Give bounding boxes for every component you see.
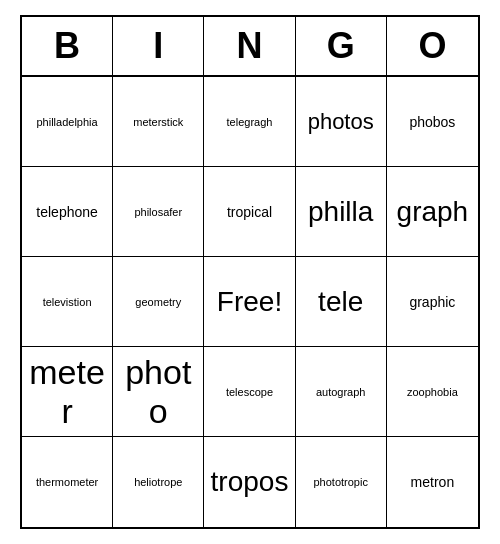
bingo-cell: telephone — [22, 167, 113, 257]
cell-text: zoophobia — [407, 386, 458, 398]
bingo-cell: tropos — [204, 437, 295, 527]
cell-text: photos — [308, 109, 374, 135]
bingo-cell: graph — [387, 167, 478, 257]
bingo-cell: photo — [113, 347, 204, 437]
cell-text: geometry — [135, 296, 181, 308]
cell-text: tropical — [227, 204, 272, 220]
bingo-cell: metron — [387, 437, 478, 527]
cell-text: phobos — [409, 114, 455, 130]
bingo-cell: televistion — [22, 257, 113, 347]
bingo-cell: philla — [296, 167, 387, 257]
bingo-cell: graphic — [387, 257, 478, 347]
cell-text: thermometer — [36, 476, 98, 488]
cell-text: heliotrope — [134, 476, 182, 488]
bingo-cell: Free! — [204, 257, 295, 347]
header-letter: G — [296, 17, 387, 75]
cell-text: televistion — [43, 296, 92, 308]
bingo-cell: telegragh — [204, 77, 295, 167]
bingo-cell: photos — [296, 77, 387, 167]
bingo-cell: thermometer — [22, 437, 113, 527]
bingo-cell: geometry — [113, 257, 204, 347]
bingo-cell: meter — [22, 347, 113, 437]
bingo-cell: zoophobia — [387, 347, 478, 437]
cell-text: philosafer — [134, 206, 182, 218]
bingo-grid: philladelphiametersticktelegraghphotosph… — [22, 77, 478, 527]
cell-text: graphic — [409, 294, 455, 310]
cell-text: philladelphia — [37, 116, 98, 128]
cell-text: telephone — [36, 204, 98, 220]
bingo-cell: philladelphia — [22, 77, 113, 167]
cell-text: autograph — [316, 386, 366, 398]
header-letter: I — [113, 17, 204, 75]
cell-text: meterstick — [133, 116, 183, 128]
cell-text: Free! — [217, 286, 282, 318]
header-letter: O — [387, 17, 478, 75]
cell-text: phototropic — [313, 476, 367, 488]
bingo-cell: heliotrope — [113, 437, 204, 527]
bingo-cell: tropical — [204, 167, 295, 257]
bingo-cell: meterstick — [113, 77, 204, 167]
cell-text: philla — [308, 196, 373, 228]
cell-text: tele — [318, 286, 363, 318]
cell-text: photo — [117, 353, 199, 431]
cell-text: tropos — [211, 466, 289, 498]
bingo-cell: telescope — [204, 347, 295, 437]
bingo-cell: autograph — [296, 347, 387, 437]
cell-text: meter — [26, 353, 108, 431]
bingo-cell: tele — [296, 257, 387, 347]
bingo-card: BINGO philladelphiametersticktelegraghph… — [20, 15, 480, 529]
bingo-cell: phobos — [387, 77, 478, 167]
cell-text: telescope — [226, 386, 273, 398]
cell-text: metron — [411, 474, 455, 490]
bingo-cell: phototropic — [296, 437, 387, 527]
cell-text: graph — [397, 196, 469, 228]
cell-text: telegragh — [227, 116, 273, 128]
header-letter: N — [204, 17, 295, 75]
bingo-cell: philosafer — [113, 167, 204, 257]
header-letter: B — [22, 17, 113, 75]
bingo-header: BINGO — [22, 17, 478, 77]
